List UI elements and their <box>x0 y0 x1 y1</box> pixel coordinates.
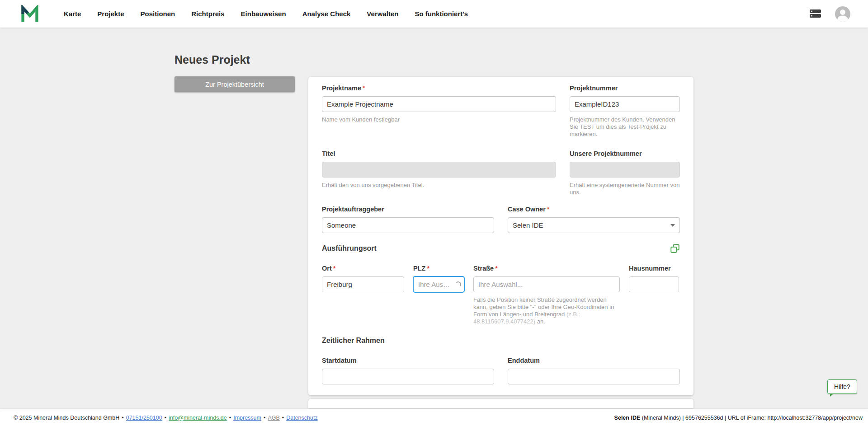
page-footer: © 2025 Mineral Minds Deutschland GmbH•07… <box>0 409 868 426</box>
titel-helper: Erhält den von uns vorgegebenen Titel. <box>322 182 556 189</box>
startdatum-label: Startdatum <box>322 357 357 364</box>
hausnummer-label: Hausnummer <box>629 265 671 272</box>
next-section-card-partial <box>308 399 693 408</box>
required-asterisk: * <box>363 84 365 92</box>
row-address: Ort* PLZ* Straße* Falls die Position kei… <box>322 264 680 325</box>
field-unsere-projektnummer: Unsere Projektnummer Erhält eine systemg… <box>570 150 680 196</box>
plz-label: PLZ <box>413 265 425 272</box>
field-case-owner: Case Owner* Selen IDE <box>508 205 680 233</box>
user-avatar[interactable] <box>835 6 850 22</box>
case-owner-selected-value: Selen IDE <box>513 221 543 229</box>
ausfuehrungsort-title: Ausführungsort <box>322 244 377 253</box>
strasse-helper: Falls die Position keiner Straße zugeord… <box>473 296 620 325</box>
row-titel-unsere-projektnummer: Titel Erhält den von uns vorgegebenen Ti… <box>322 150 680 196</box>
footer-link-datenschutz[interactable]: Datenschutz <box>286 415 317 421</box>
required-asterisk: * <box>427 265 429 272</box>
nav-item-karte[interactable]: Karte <box>64 10 81 18</box>
page-title: Neues Projekt <box>175 53 250 66</box>
titel-label: Titel <box>322 150 335 157</box>
field-ort: Ort* <box>322 264 404 325</box>
copyright-text: © 2025 Mineral Minds Deutschland GmbH <box>14 415 119 421</box>
help-button[interactable]: Hilfe? <box>827 379 857 394</box>
section-zeitlicher-rahmen: Zeitlicher Rahmen <box>322 336 680 349</box>
field-strasse: Straße* Falls die Position keiner Straße… <box>473 264 620 325</box>
ort-input[interactable] <box>322 276 404 292</box>
unsere-projektnummer-label: Unsere Projektnummer <box>570 150 642 157</box>
help-button-label: Hilfe? <box>834 383 850 390</box>
session-details: (Mineral Minds) | 69576255536d | URL of … <box>640 415 863 421</box>
footer-link-impressum[interactable]: Impressum <box>233 415 261 421</box>
nav-item-positionen[interactable]: Positionen <box>141 10 175 18</box>
field-startdatum: Startdatum <box>322 356 494 384</box>
field-plz: PLZ* <box>413 264 464 325</box>
unsere-projektnummer-input <box>570 162 680 178</box>
footer-link-agb[interactable]: AGB <box>268 415 279 421</box>
case-owner-select[interactable]: Selen IDE <box>508 217 680 233</box>
nav-item-richtpreis[interactable]: Richtpreis <box>191 10 224 18</box>
app-logo-icon[interactable] <box>21 5 39 23</box>
navbar-actions <box>809 6 868 22</box>
nav-item-projekte[interactable]: Projekte <box>97 10 124 18</box>
projektnummer-input[interactable] <box>570 96 680 112</box>
projektname-helper: Name vom Kunden festlegbar <box>322 116 556 123</box>
chevron-down-icon <box>670 224 675 227</box>
field-titel: Titel Erhält den von uns vorgegebenen Ti… <box>322 150 556 196</box>
required-asterisk: * <box>333 265 336 272</box>
footer-link-phone[interactable]: 07151/250100 <box>126 415 162 421</box>
top-navbar: Karte Projekte Positionen Richtpreis Ein… <box>0 0 868 28</box>
projektnummer-label: Projektnummer <box>570 84 618 92</box>
row-dates: Startdatum Enddatum <box>322 356 680 384</box>
field-enddatum: Enddatum <box>508 356 680 384</box>
unsere-projektnummer-helper: Erhält eine systemgenerierte Nummer von … <box>570 182 680 196</box>
nav-item-analyse-check[interactable]: Analyse Check <box>302 10 351 18</box>
field-hausnummer: Hausnummer <box>629 264 679 325</box>
field-projektname: Projektname* Name vom Kunden festlegbar <box>322 84 556 138</box>
session-user-name: Selen IDE <box>614 415 641 421</box>
row-projektname-projektnummer: Projektname* Name vom Kunden festlegbar … <box>322 84 680 138</box>
footer-link-email[interactable]: info@mineral-minds.de <box>169 415 227 421</box>
nav-item-so-funktionierts[interactable]: So funktioniert's <box>415 10 468 18</box>
duplicate-icon[interactable] <box>670 243 680 253</box>
zeitlicher-rahmen-title: Zeitlicher Rahmen <box>322 337 385 344</box>
ort-label: Ort <box>322 265 332 272</box>
required-asterisk: * <box>495 265 498 272</box>
row-auftraggeber-caseowner: Projektauftraggeber Case Owner* Selen ID… <box>322 205 680 233</box>
server-icon[interactable] <box>809 9 821 19</box>
field-projektauftraggeber: Projektauftraggeber <box>322 205 494 233</box>
hausnummer-input[interactable] <box>629 276 679 292</box>
strasse-input[interactable] <box>473 276 620 292</box>
enddatum-label: Enddatum <box>508 357 540 364</box>
back-to-overview-button[interactable]: Zur Projektübersicht <box>175 76 295 92</box>
titel-input <box>322 162 556 178</box>
nav-item-verwalten[interactable]: Verwalten <box>367 10 398 18</box>
startdatum-input[interactable] <box>322 369 494 384</box>
projektauftraggeber-label: Projektauftraggeber <box>322 206 384 213</box>
projektnummer-helper: Projektnummer des Kunden. Verwenden Sie … <box>570 116 680 138</box>
enddatum-input[interactable] <box>508 369 680 384</box>
footer-left: © 2025 Mineral Minds Deutschland GmbH•07… <box>14 415 318 421</box>
case-owner-label: Case Owner <box>508 206 546 213</box>
field-projektnummer: Projektnummer Projektnummer des Kunden. … <box>570 84 680 138</box>
section-ausfuehrungsort: Ausführungsort <box>322 243 680 253</box>
strasse-label: Straße <box>473 265 494 272</box>
nav-item-einbauweisen[interactable]: Einbauweisen <box>241 10 286 18</box>
new-project-form-card: Projektname* Name vom Kunden festlegbar … <box>308 77 693 395</box>
required-asterisk: * <box>547 206 550 213</box>
main-nav: Karte Projekte Positionen Richtpreis Ein… <box>64 10 468 18</box>
projektname-label: Projektname <box>322 84 361 92</box>
projektauftraggeber-input[interactable] <box>322 217 494 233</box>
section-divider <box>322 349 680 349</box>
footer-session-info: Selen IDE (Mineral Minds) | 69576255536d… <box>614 415 863 421</box>
projektname-input[interactable] <box>322 96 556 112</box>
loading-spinner-icon <box>455 281 461 287</box>
